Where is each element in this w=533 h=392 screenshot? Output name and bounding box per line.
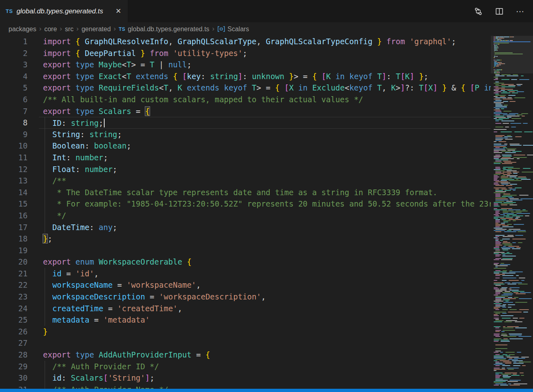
close-tab-icon[interactable]: ✕ [114, 6, 123, 16]
breadcrumb-item-packages[interactable]: packages [9, 26, 37, 33]
breadcrumb-item-file[interactable]: TSglobal.db.types.generated.ts [119, 26, 209, 33]
code-line-content: export type Maybe<T> = T | null; [39, 59, 491, 71]
line-number-30: 30 [0, 372, 28, 384]
code-line-5[interactable]: 5export type RequireFields<T, K extends … [0, 82, 491, 94]
line-number-7: 7 [0, 106, 28, 117]
line-number-24: 24 [0, 303, 28, 314]
code-line-3[interactable]: 3export type Maybe<T> = T | null; [0, 59, 491, 71]
code-line-content: String: string; [39, 129, 491, 140]
code-line-6[interactable]: 6/** All built-in and custom scalars, ma… [0, 94, 491, 106]
line-number-21: 21 [0, 268, 28, 280]
code-line-content: Int: number; [39, 152, 491, 164]
code-line-content: export type RequireFields<T, K extends k… [39, 82, 491, 94]
breadcrumb-separator: › [76, 25, 79, 33]
line-number-5: 5 [0, 82, 28, 94]
line-number-1: 1 [0, 36, 28, 47]
code-line-9[interactable]: 9 String: string; [0, 129, 491, 140]
minimap[interactable] [491, 36, 533, 389]
breadcrumb-separator: › [212, 25, 215, 33]
code-line-content: workspaceDescription = 'workspaceDescrip… [39, 291, 491, 303]
line-number-4: 4 [0, 71, 28, 82]
code-line-19[interactable]: 19 [0, 245, 491, 256]
code-line-7[interactable]: 7export type Scalars = { [0, 106, 491, 117]
code-line-14[interactable]: 14 * The DateTime scalar type represents… [0, 187, 491, 198]
tab-global-db-types-generated[interactable]: TS global.db.types.generated.ts ✕ [0, 0, 128, 22]
code-line-25[interactable]: 25 metadata = 'metadata' [0, 314, 491, 326]
code-line-content: import { DeepPartial } from 'utility-typ… [39, 47, 491, 59]
code-line-28[interactable]: 28export type AddAuthProviderInput = { [0, 349, 491, 361]
line-number-9: 9 [0, 129, 28, 140]
line-number-14: 14 [0, 187, 28, 198]
code-line-content [39, 245, 491, 256]
code-line-1[interactable]: 1import { GraphQLResolveInfo, GraphQLSca… [0, 36, 491, 47]
line-number-19: 19 [0, 245, 28, 256]
code-line-13[interactable]: 13 /** [0, 175, 491, 187]
code-line-12[interactable]: 12 Float: number; [0, 164, 491, 175]
code-line-18[interactable]: 18}; [0, 233, 491, 245]
code-line-8[interactable]: 8 ID: string; [0, 117, 491, 129]
minimap-slider[interactable] [491, 36, 533, 73]
line-number-3: 3 [0, 59, 28, 71]
code-line-20[interactable]: 20export enum WorkspaceOrderable { [0, 256, 491, 268]
line-number-12: 12 [0, 164, 28, 175]
code-line-content: id: Scalars['String']; [39, 372, 491, 384]
breadcrumb-separator: › [114, 25, 116, 33]
line-number-6: 6 [0, 94, 28, 106]
code-line-content: ID: string; [39, 117, 491, 129]
code-line-content: metadata = 'metadata' [39, 314, 491, 326]
code-line-16[interactable]: 16 */ [0, 210, 491, 222]
breadcrumb-symbol-label: Scalars [228, 26, 249, 33]
code-line-content: export enum WorkspaceOrderable { [39, 256, 491, 268]
code-line-content: id = 'id', [39, 268, 491, 280]
code-line-content: export type Exact<T extends { [key: stri… [39, 71, 491, 82]
split-editor-icon[interactable] [495, 7, 504, 16]
code-line-content: }; [39, 233, 491, 245]
breadcrumb-item-symbol-scalars[interactable]: Scalars [217, 26, 249, 33]
line-number-27: 27 [0, 337, 28, 349]
code-line-10[interactable]: 10 Boolean: boolean; [0, 140, 491, 152]
code-line-29[interactable]: 29 /** Auth Provider ID */ [0, 361, 491, 373]
code-line-27[interactable]: 27 [0, 337, 491, 349]
code-line-content: Boolean: boolean; [39, 140, 491, 152]
code-line-30[interactable]: 30 id: Scalars['String']; [0, 372, 491, 384]
line-number-31: 31 [0, 384, 28, 389]
breadcrumb-item-src[interactable]: src [65, 26, 73, 33]
code-line-21[interactable]: 21 id = 'id', [0, 268, 491, 280]
more-actions-icon[interactable]: ⋯ [516, 7, 525, 16]
code-line-content: /** All built-in and custom scalars, map… [39, 94, 491, 106]
code-line-content: } [39, 326, 491, 338]
code-line-4[interactable]: 4export type Exact<T extends { [key: str… [0, 71, 491, 82]
code-line-content: */ [39, 210, 491, 222]
code-line-11[interactable]: 11 Int: number; [0, 152, 491, 164]
compare-changes-icon[interactable] [474, 7, 483, 16]
code-line-26[interactable]: 26} [0, 326, 491, 338]
code-line-24[interactable]: 24 createdTime = 'createdTime', [0, 303, 491, 314]
line-number-28: 28 [0, 349, 28, 361]
code-line-content: export type Scalars = { [39, 106, 491, 117]
line-number-23: 23 [0, 291, 28, 303]
line-number-16: 16 [0, 210, 28, 222]
code-line-content: /** [39, 175, 491, 187]
code-editor[interactable]: 1import { GraphQLResolveInfo, GraphQLSca… [0, 36, 491, 389]
line-number-11: 11 [0, 152, 28, 164]
ts-file-icon: TS [119, 26, 125, 32]
breadcrumb-separator: › [60, 25, 62, 33]
breadcrumb-item-core[interactable]: core [44, 26, 57, 33]
code-line-2[interactable]: 2import { DeepPartial } from 'utility-ty… [0, 47, 491, 59]
code-line-content: /** Auth Provider ID */ [39, 361, 491, 373]
symbol-type-icon [217, 26, 225, 32]
line-number-8: 8 [0, 117, 28, 129]
code-line-31[interactable]: 31 /** Auth Provider Name */ [0, 384, 491, 389]
line-number-15: 15 [0, 198, 28, 210]
code-line-17[interactable]: 17 DateTime: any; [0, 222, 491, 233]
code-line-15[interactable]: 15 * For example: "1985-04-12T23:20:50.5… [0, 198, 491, 210]
code-line-content: * For example: "1985-04-12T23:20:50.52Z"… [39, 198, 491, 210]
code-line-content: workspaceName = 'workspaceName', [39, 279, 491, 291]
status-bar [0, 389, 533, 392]
code-line-22[interactable]: 22 workspaceName = 'workspaceName', [0, 279, 491, 291]
code-line-23[interactable]: 23 workspaceDescription = 'workspaceDesc… [0, 291, 491, 303]
code-line-content: * The DateTime scalar type represents da… [39, 187, 491, 198]
breadcrumb-item-generated[interactable]: generated [82, 26, 111, 33]
code-line-content: createdTime = 'createdTime', [39, 303, 491, 314]
code-line-content [39, 337, 491, 349]
